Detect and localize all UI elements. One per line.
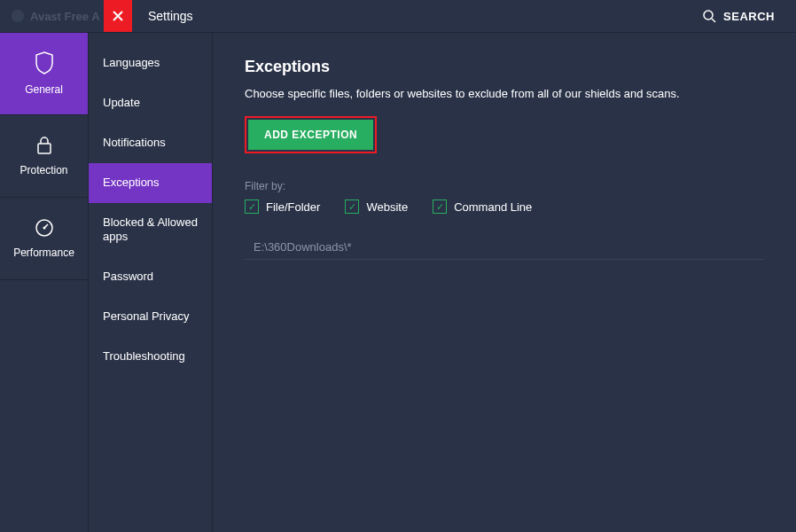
search-icon	[702, 9, 716, 23]
sidebar-item-general[interactable]: General	[0, 33, 88, 115]
sidebar-primary: General Protection Performance	[0, 32, 89, 532]
checkbox-icon: ✓	[433, 200, 447, 214]
filter-row: ✓ File/Folder ✓ Website ✓ Command Line	[245, 200, 764, 214]
sidebar-item-update[interactable]: Update	[89, 83, 212, 123]
close-button[interactable]	[104, 0, 132, 32]
sidebar-item-privacy[interactable]: Personal Privacy	[89, 297, 212, 337]
page-title: Exceptions	[245, 58, 764, 76]
sidebar-item-label: Protection	[20, 164, 67, 176]
sidebar-item-exceptions[interactable]: Exceptions	[89, 163, 212, 203]
filter-label: Filter by:	[245, 180, 764, 192]
filter-website[interactable]: ✓ Website	[345, 200, 408, 214]
search-button[interactable]: SEARCH	[702, 9, 796, 23]
exception-path: E:\360Downloads\*	[254, 240, 352, 254]
sidebar-item-troubleshooting[interactable]: Troubleshooting	[89, 337, 212, 377]
lock-icon	[35, 136, 53, 155]
sidebar-item-protection[interactable]: Protection	[0, 115, 88, 198]
sidebar-item-password[interactable]: Password	[89, 257, 212, 297]
filter-file-folder[interactable]: ✓ File/Folder	[245, 200, 320, 214]
add-exception-button[interactable]: ADD EXCEPTION	[248, 120, 373, 150]
gauge-icon	[35, 218, 54, 238]
close-icon	[113, 11, 123, 21]
shield-icon	[35, 51, 54, 74]
svg-point-0	[12, 10, 24, 22]
sidebar-item-label: General	[25, 83, 63, 96]
settings-title: Settings	[132, 9, 193, 23]
sidebar-secondary: Languages Update Notifications Exception…	[89, 32, 213, 532]
checkbox-icon: ✓	[245, 200, 259, 214]
add-exception-highlight: ADD EXCEPTION	[245, 116, 377, 153]
app-title-text: Avast Free A	[30, 10, 100, 23]
filter-label-text: File/Folder	[266, 200, 320, 214]
page-description: Choose specific files, folders or websit…	[245, 87, 764, 100]
content-area: Exceptions Choose specific files, folder…	[213, 32, 796, 532]
sidebar-item-blocked[interactable]: Blocked & Allowed apps	[89, 203, 212, 258]
svg-rect-2	[38, 144, 51, 153]
filter-command-line[interactable]: ✓ Command Line	[433, 200, 532, 214]
sidebar-item-label: Performance	[13, 246, 74, 259]
exception-list-item[interactable]: E:\360Downloads\*	[245, 235, 764, 260]
search-label: SEARCH	[723, 10, 775, 23]
svg-point-1	[704, 11, 713, 20]
sidebar-item-notifications[interactable]: Notifications	[89, 123, 212, 163]
checkbox-icon: ✓	[345, 200, 359, 214]
svg-point-4	[43, 227, 45, 230]
app-title: Avast Free A	[0, 9, 104, 23]
filter-label-text: Command Line	[454, 200, 532, 214]
sidebar-item-languages[interactable]: Languages	[89, 43, 212, 83]
filter-label-text: Website	[366, 200, 408, 214]
sidebar-item-performance[interactable]: Performance	[0, 198, 88, 280]
avast-logo-icon	[11, 9, 25, 23]
